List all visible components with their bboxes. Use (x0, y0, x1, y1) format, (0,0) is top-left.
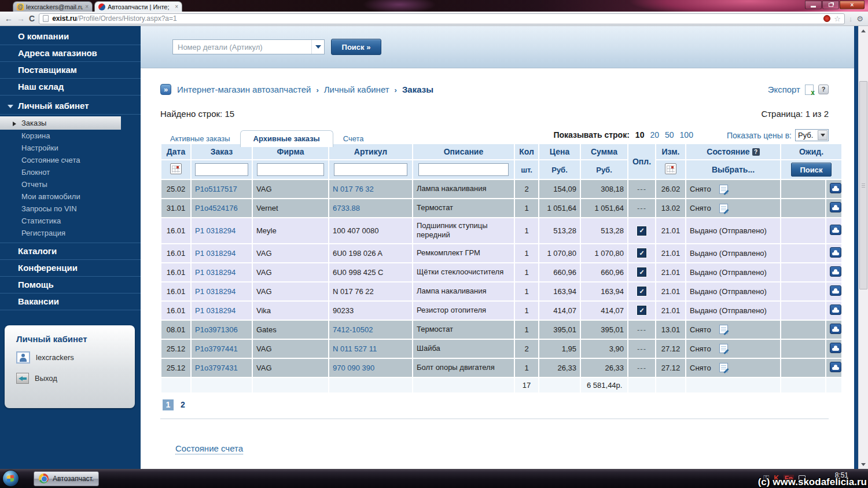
sidebar-subitem[interactable]: Отчеты (0, 178, 141, 190)
rows-per-page-option[interactable]: 20 (650, 130, 659, 140)
sidebar-subitem[interactable]: Корзина (0, 130, 141, 142)
calendar-icon[interactable] (170, 163, 182, 174)
order-tab[interactable]: Архивные заказы (240, 130, 333, 147)
sidebar-subitem[interactable]: Статистика (0, 215, 141, 227)
edit-status-icon[interactable] (719, 204, 728, 213)
paid-checkbox[interactable]: ✓ (637, 306, 646, 315)
vehicle-icon[interactable] (830, 183, 841, 193)
order-number-link[interactable]: P1 0318294 (195, 287, 236, 296)
sidebar-subitem[interactable]: Состояние счета (0, 154, 141, 166)
vehicle-icon[interactable] (830, 304, 841, 315)
order-number-link[interactable]: P1o3971306 (195, 325, 238, 334)
order-number-link[interactable]: P1o3797441 (195, 344, 238, 353)
status-choose-link[interactable]: Выбрать... (712, 165, 755, 174)
url-bar[interactable]: exist.ru/Profile/Orders/History.aspx?a=1… (39, 13, 845, 24)
user-row[interactable]: lexcrackers (16, 351, 135, 364)
article-link[interactable]: N 017 76 32 (333, 185, 374, 193)
browser-tab-shop[interactable]: Автозапчасти | Инте; × (94, 1, 182, 12)
download-icon[interactable]: ↓ (849, 14, 853, 23)
scroll-up-button[interactable] (859, 26, 868, 35)
scroll-down-button[interactable] (859, 460, 868, 469)
desc-filter-input[interactable] (418, 163, 509, 176)
order-number-link[interactable]: P1 0318294 (195, 268, 236, 277)
breadcrumb-link[interactable]: Личный кабинет (324, 85, 389, 94)
order-tab[interactable]: Активные заказы (160, 134, 240, 148)
scrollbar-thumb[interactable] (859, 81, 867, 289)
calendar-icon[interactable] (665, 163, 676, 174)
close-button[interactable]: × (840, 1, 865, 9)
vehicle-icon[interactable] (830, 225, 841, 235)
logout-row[interactable]: Выход (16, 373, 135, 384)
reload-button[interactable]: C (29, 14, 35, 23)
sidebar-item[interactable]: Поставщикам (0, 62, 141, 79)
rows-per-page-option[interactable]: 10 (635, 130, 645, 140)
restore-button[interactable] (822, 1, 839, 9)
article-link[interactable]: 6733.88 (333, 204, 360, 212)
minimize-button[interactable] (805, 1, 822, 9)
paid-checkbox[interactable]: ✓ (637, 267, 646, 277)
account-state-link[interactable]: Состояние счета (175, 443, 243, 454)
back-button[interactable]: ← (5, 14, 13, 23)
sidebar-item-cabinet[interactable]: Личный кабинет (0, 96, 141, 115)
vehicle-icon[interactable] (830, 202, 841, 212)
vehicle-icon[interactable] (830, 247, 841, 258)
article-link[interactable]: N 011 527 11 (333, 344, 377, 353)
vehicle-icon[interactable] (830, 266, 841, 277)
sidebar-subitem[interactable]: Регистрация (0, 227, 141, 239)
part-search-button[interactable]: Поиск » (331, 39, 381, 55)
order-number-link[interactable]: P1 0318294 (195, 226, 236, 235)
tab-close-icon[interactable]: × (85, 3, 89, 10)
browser-tab-mail[interactable]: @ lexcrackers@mail.ru: | × (13, 1, 93, 12)
sidebar-item[interactable]: Конференции (0, 260, 141, 277)
sidebar-subitem[interactable]: Заказы (0, 116, 121, 130)
wrench-menu-icon[interactable]: ⚙ (856, 14, 863, 23)
order-number-link[interactable]: P1o3797431 (195, 364, 238, 372)
page-number[interactable]: 2 (181, 400, 185, 409)
page-number[interactable]: 1 (163, 399, 174, 410)
rows-per-page-option[interactable]: 100 (680, 130, 693, 140)
adblock-icon[interactable] (823, 15, 830, 22)
edit-status-icon[interactable] (719, 185, 728, 194)
vehicle-icon[interactable] (830, 324, 841, 334)
firm-filter-input[interactable] (257, 163, 324, 176)
table-search-button[interactable]: Поиск (791, 163, 832, 177)
sidebar-item[interactable]: Наш склад (0, 79, 141, 96)
article-link[interactable]: 970 090 390 (333, 364, 374, 372)
combo-dropdown-icon[interactable] (311, 40, 324, 54)
currency-dropdown-icon[interactable] (818, 130, 827, 140)
forward-button[interactable]: → (17, 14, 25, 23)
sidebar-item[interactable]: Адреса магазинов (0, 45, 141, 62)
start-button[interactable] (3, 471, 19, 486)
order-tab[interactable]: Счета (333, 134, 374, 148)
sidebar-subitem[interactable]: Мои автомобили (0, 190, 141, 203)
article-filter-input[interactable] (334, 163, 408, 176)
export-link[interactable]: Экспорт (768, 85, 800, 94)
order-number-link[interactable]: P1o5117517 (195, 185, 237, 193)
paid-checkbox[interactable]: ✓ (637, 226, 646, 236)
sidebar-item[interactable]: Вакансии (0, 293, 141, 310)
order-filter-input[interactable] (195, 163, 248, 176)
order-number-link[interactable]: P1o4524176 (195, 204, 238, 212)
vehicle-icon[interactable] (830, 362, 841, 372)
paid-checkbox[interactable]: ✓ (637, 248, 646, 258)
sidebar-item[interactable]: О компании (0, 26, 141, 45)
article-link[interactable]: 7412-10502 (333, 325, 373, 334)
rows-per-page-option[interactable]: 50 (665, 130, 674, 140)
sidebar-subitem[interactable]: Блокнот (0, 166, 141, 178)
sidebar-subitem[interactable]: Настройки (0, 142, 141, 154)
paid-checkbox[interactable]: ✓ (637, 287, 646, 296)
bookmark-star-icon[interactable]: ☆ (834, 14, 841, 23)
tab-close-icon[interactable]: × (175, 3, 178, 10)
edit-status-icon[interactable] (719, 363, 728, 372)
order-number-link[interactable]: P1 0318294 (195, 249, 236, 258)
edit-status-icon[interactable] (719, 325, 728, 334)
sidebar-item[interactable]: Каталоги (0, 243, 141, 260)
chrome-taskbar-button[interactable]: Автозапчаст... (34, 471, 99, 486)
excel-export-icon[interactable] (805, 85, 814, 95)
part-number-combobox[interactable]: Номер детали (Артикул) (172, 39, 325, 54)
status-help-icon[interactable]: ? (752, 148, 760, 156)
help-icon[interactable]: ? (818, 85, 829, 94)
currency-select[interactable]: Руб. (795, 129, 829, 141)
vertical-scrollbar[interactable] (858, 26, 868, 469)
sidebar-subitem[interactable]: Запросы по VIN (0, 203, 141, 215)
